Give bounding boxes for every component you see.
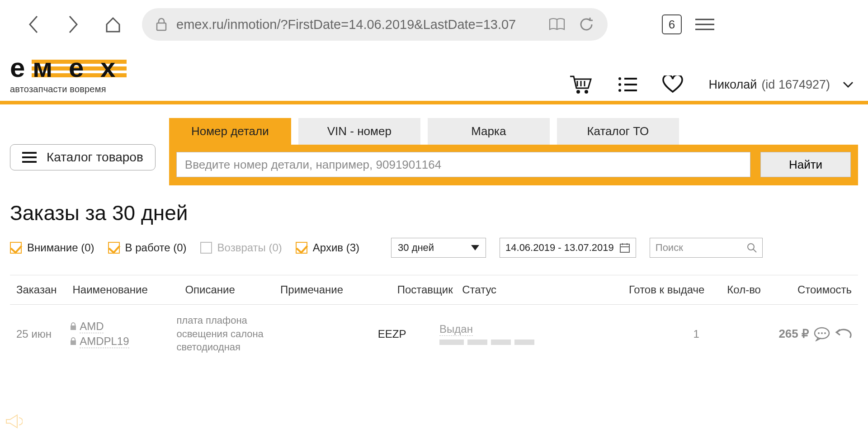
header-separator	[0, 101, 868, 104]
period-value: 30 дней	[398, 242, 434, 254]
date-range-value: 14.06.2019 - 13.07.2019	[505, 242, 614, 254]
status-text[interactable]: Выдан	[439, 323, 473, 336]
search-button[interactable]: Найти	[760, 152, 851, 177]
sku-link[interactable]: AMDPL19	[80, 335, 129, 348]
period-select[interactable]: 30 дней	[391, 238, 486, 258]
date-range[interactable]: 14.06.2019 - 13.07.2019	[500, 238, 636, 258]
filter-archive[interactable]: Архив (3)	[296, 241, 359, 254]
svg-point-27	[748, 244, 754, 250]
cell-desc: плата плафона освещения салона светодиод…	[176, 314, 267, 354]
orders-icon[interactable]	[617, 76, 637, 93]
emex-logo-icon: e м е х	[10, 55, 141, 81]
lock-icon	[156, 18, 167, 31]
svg-rect-29	[71, 326, 76, 330]
user-menu[interactable]: Николай (id 1674927)	[708, 78, 854, 92]
svg-rect-23	[620, 244, 629, 252]
back-button[interactable]	[23, 14, 44, 35]
th-date: Заказан	[16, 283, 72, 296]
table-row: 25 июн AMD AMDPL19 плата плафона освещен…	[10, 305, 858, 363]
tab-catalog-to[interactable]: Каталог ТО	[557, 118, 679, 145]
burger-icon	[22, 152, 37, 163]
th-qty: Кол-во	[704, 283, 760, 296]
svg-text:м: м	[33, 55, 52, 81]
svg-point-33	[821, 332, 823, 334]
table-header: Заказан Наименование Описание Примечание…	[10, 275, 858, 305]
browser-menu-button[interactable]	[695, 18, 714, 31]
chevron-down-icon	[471, 245, 479, 250]
lock-icon	[70, 322, 77, 330]
catalog-label: Каталог товаров	[47, 150, 143, 165]
svg-point-20	[618, 89, 621, 92]
part-search-input[interactable]	[176, 152, 750, 177]
th-name: Наименование	[72, 283, 185, 296]
comment-icon[interactable]	[814, 327, 830, 341]
tab-label: Каталог ТО	[587, 124, 649, 138]
filters-bar: Внимание (0) В работе (0) Возвраты (0) А…	[0, 235, 868, 266]
svg-line-28	[753, 249, 756, 252]
brand-link[interactable]: AMD	[80, 320, 104, 333]
filter-label: Архив (3)	[313, 241, 359, 254]
th-ready: Готов к выдаче	[605, 283, 704, 296]
tagline: автозапчасти вовремя	[10, 84, 141, 94]
search-icon	[747, 243, 757, 253]
cell-status: Выдан	[439, 323, 575, 345]
orders-search-placeholder: Поиск	[656, 242, 683, 254]
tab-vin[interactable]: VIN - номер	[298, 118, 420, 145]
reader-icon[interactable]	[549, 18, 565, 31]
checkbox-icon	[200, 242, 212, 254]
cell-qty: 1	[670, 328, 723, 340]
th-desc: Описание	[185, 283, 280, 296]
return-icon[interactable]	[834, 328, 852, 340]
svg-point-15	[585, 90, 588, 94]
search-button-label: Найти	[789, 158, 822, 171]
tab-part-number[interactable]: Номер детали	[169, 118, 291, 145]
tab-count-value: 6	[669, 18, 675, 32]
progress-bar	[439, 340, 575, 345]
favorites-icon[interactable]	[662, 75, 683, 94]
logo[interactable]: e м е х автозапчасти вовремя	[10, 55, 141, 94]
filter-label: В работе (0)	[125, 241, 187, 254]
site-header: e м е х автозапчасти вовремя Николай (id…	[0, 49, 868, 99]
reload-icon[interactable]	[579, 17, 594, 32]
filter-attention[interactable]: Внимание (0)	[10, 241, 94, 254]
svg-marker-22	[471, 245, 479, 250]
tabs-button[interactable]: 6	[662, 14, 682, 34]
address-bar[interactable]: emex.ru/inmotion/?FirstDate=14.06.2019&L…	[142, 8, 608, 41]
cell-name: AMD AMDPL19	[70, 320, 176, 348]
tab-brand[interactable]: Марка	[428, 118, 550, 145]
svg-rect-30	[71, 340, 76, 345]
orders-search[interactable]: Поиск	[650, 238, 763, 258]
filter-in-work[interactable]: В работе (0)	[108, 241, 187, 254]
cell-cost: 265 ₽	[723, 327, 809, 341]
cart-icon[interactable]	[569, 75, 592, 94]
search-section: Каталог товаров Номер детали VIN - номер…	[0, 104, 868, 185]
svg-point-18	[618, 83, 621, 86]
svg-text:х: х	[100, 55, 115, 81]
search-tabs: Номер детали VIN - номер Марка Каталог Т…	[169, 118, 858, 145]
checkbox-icon	[108, 242, 120, 254]
filter-label: Внимание (0)	[27, 241, 94, 254]
tab-label: VIN - номер	[327, 124, 392, 138]
cell-supplier: EEZP	[378, 328, 439, 340]
tab-label: Номер детали	[191, 124, 269, 138]
th-supplier: Поставщик	[397, 283, 462, 296]
th-note: Примечание	[280, 283, 397, 296]
catalog-button[interactable]: Каталог товаров	[10, 144, 156, 170]
home-button[interactable]	[102, 14, 124, 35]
chevron-down-icon	[843, 81, 854, 88]
tab-label: Марка	[471, 124, 506, 138]
filter-returns[interactable]: Возвраты (0)	[200, 241, 282, 254]
th-status: Статус	[462, 283, 605, 296]
filter-label: Возвраты (0)	[217, 241, 282, 254]
cell-date: 25 июн	[16, 328, 70, 340]
th-cost: Стоимость	[761, 283, 852, 296]
forward-button[interactable]	[62, 14, 84, 35]
url-text: emex.ru/inmotion/?FirstDate=14.06.2019&L…	[176, 17, 540, 32]
checkbox-icon	[296, 242, 307, 254]
svg-point-34	[824, 332, 826, 334]
checkbox-icon	[10, 242, 22, 254]
user-name: Николай	[708, 78, 757, 92]
lock-icon	[70, 337, 77, 345]
svg-point-14	[576, 90, 580, 94]
browser-toolbar: emex.ru/inmotion/?FirstDate=14.06.2019&L…	[0, 0, 868, 49]
